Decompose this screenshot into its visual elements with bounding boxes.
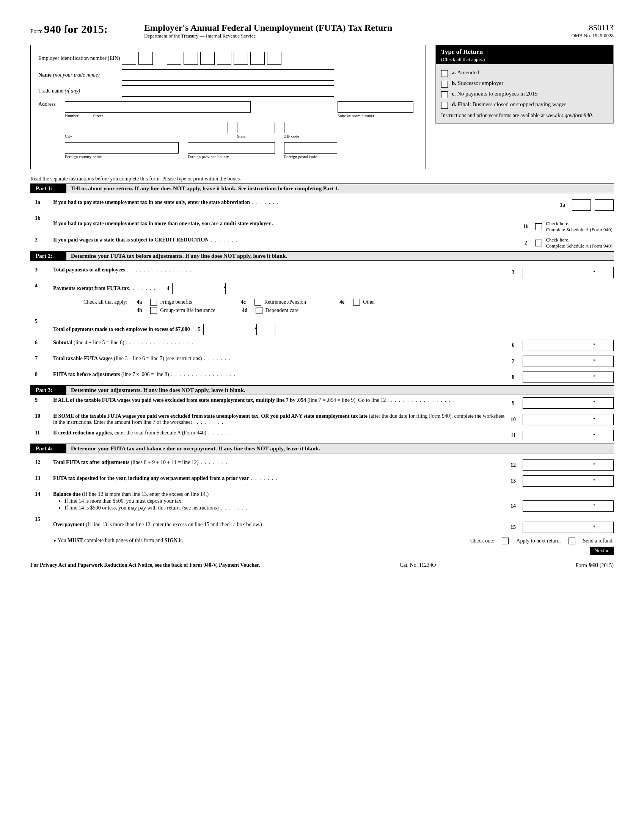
- cb-4c[interactable]: [254, 299, 261, 305]
- tor-checkbox-b[interactable]: [441, 81, 448, 87]
- ein-box-8[interactable]: [250, 52, 265, 65]
- address-label: Address: [38, 101, 65, 107]
- part-3-header: Part 3: Determine your adjustments. If a…: [30, 385, 614, 395]
- foreign-province-input[interactable]: [188, 142, 275, 154]
- cb-4d[interactable]: [256, 307, 262, 314]
- line-4-amount[interactable]: [172, 283, 244, 294]
- line-12-amount[interactable]: [523, 459, 614, 471]
- part-4-header: Part 4: Determine your FUTA tax and bala…: [30, 443, 614, 453]
- instructions-line: Read the separate instructions before yo…: [30, 176, 614, 182]
- part-1-header: Part 1: Tell us about your return. If an…: [30, 183, 614, 193]
- cb-send-refund[interactable]: [568, 538, 575, 545]
- foreign-postal-input[interactable]: [284, 142, 337, 154]
- name-label: Name: [38, 72, 52, 78]
- form-header: Form 940 for 2015: Employer's Annual Fed…: [30, 23, 614, 39]
- trade-name-input[interactable]: [122, 85, 334, 97]
- tor-subtitle: (Check all that apply.): [441, 57, 485, 62]
- ein-box-1[interactable]: [122, 52, 136, 65]
- line-3-amount[interactable]: [523, 267, 614, 278]
- tor-title: Type of Return: [441, 48, 483, 55]
- line-1a-box1[interactable]: [572, 199, 591, 211]
- line-1b-num: 1b: [30, 215, 53, 221]
- cb-4b[interactable]: [150, 307, 157, 314]
- line-10-amount[interactable]: [523, 414, 614, 425]
- arrow-icon: [53, 538, 58, 543]
- form-dept: Department of the Treasury — Internal Re…: [144, 33, 530, 39]
- ein-box-6[interactable]: [217, 52, 231, 65]
- identification-box: Employer identification number (EIN) – N…: [30, 45, 426, 169]
- line-6-amount[interactable]: [523, 339, 614, 351]
- tor-checkbox-a[interactable]: [441, 70, 448, 77]
- name-input[interactable]: [122, 70, 334, 81]
- type-of-return-box: Type of Return (Check all that apply.) a…: [435, 45, 614, 124]
- line-2-checkbox[interactable]: [535, 239, 542, 246]
- ein-box-7[interactable]: [234, 52, 248, 65]
- ein-box-5[interactable]: [200, 52, 215, 65]
- line-1a-box2[interactable]: [595, 199, 614, 211]
- omb-number: OMB No. 1545-0028: [530, 32, 614, 39]
- ein-box-9[interactable]: [267, 52, 282, 65]
- line-1a-num: 1a: [30, 199, 53, 205]
- form-code: 850113: [530, 23, 614, 32]
- foreign-country-input[interactable]: [65, 142, 179, 154]
- line-15-amount[interactable]: [523, 522, 614, 533]
- address-suite-input[interactable]: [338, 101, 413, 113]
- line-13-amount[interactable]: [523, 475, 614, 487]
- tor-checkbox-d[interactable]: [441, 102, 448, 109]
- ein-box-2[interactable]: [138, 52, 153, 65]
- line-8-amount[interactable]: [523, 372, 614, 383]
- line-7-amount[interactable]: [523, 356, 614, 367]
- cb-4a[interactable]: [150, 299, 157, 305]
- ein-dash: –: [155, 55, 165, 63]
- cb-apply-next[interactable]: [502, 538, 509, 545]
- ein-box-3[interactable]: [167, 52, 181, 65]
- ein-label: Employer identification number (EIN): [38, 55, 122, 61]
- form-word: Form: [30, 28, 43, 34]
- line-1b-checkbox[interactable]: [535, 223, 542, 230]
- part-2-header: Part 2: Determine your FUTA tax before a…: [30, 251, 614, 261]
- cb-4e[interactable]: [353, 299, 360, 305]
- next-button[interactable]: Next: [590, 547, 614, 555]
- line-14-amount[interactable]: [523, 500, 614, 512]
- line-9-amount[interactable]: [523, 397, 614, 409]
- trade-label: Trade name: [38, 88, 63, 94]
- city-input[interactable]: [65, 122, 228, 133]
- form-title: Employer's Annual Federal Unemployment (…: [144, 23, 530, 33]
- page-footer: For Privacy Act and Paperwork Reduction …: [30, 559, 614, 569]
- zip-input[interactable]: [284, 122, 337, 133]
- form-number: 940 for 2015:: [44, 23, 108, 35]
- ein-box-4[interactable]: [184, 52, 198, 65]
- line-11-amount[interactable]: [523, 430, 614, 441]
- name-hint: (not your trade name): [53, 72, 100, 78]
- ein-input-group: –: [122, 52, 282, 65]
- line-5-amount[interactable]: [203, 324, 275, 335]
- state-input[interactable]: [237, 122, 275, 133]
- tor-checkbox-c[interactable]: [441, 91, 448, 98]
- trade-hint: (if any): [65, 88, 80, 94]
- address-street-input[interactable]: [65, 101, 251, 113]
